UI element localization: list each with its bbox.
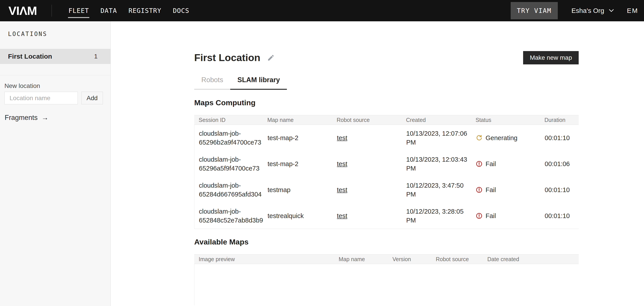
status-label: Fail: [486, 211, 496, 220]
column-header-image-preview: Image preview: [194, 256, 334, 263]
nav-item-registry[interactable]: REGISTRY: [128, 7, 161, 14]
new-location-section: New location Add: [0, 75, 110, 104]
fail-alert-icon: [476, 213, 482, 219]
locations-heading: LOCATIONS: [0, 21, 110, 37]
location-name: First Location: [8, 53, 52, 60]
maps-computing-heading: Maps Computing: [194, 98, 579, 107]
created-cell: 10/12/2023, 3:47:50 PM: [402, 181, 471, 199]
try-viam-button[interactable]: TRY VIAM: [511, 2, 558, 19]
created-cell: 10/12/2023, 3:28:05 PM: [402, 207, 471, 225]
column-header-date-created: Date created: [483, 256, 579, 263]
column-header-map-name: Map name: [263, 117, 332, 123]
column-header-status: Status: [471, 117, 540, 123]
created-cell: 10/13/2023, 12:03:43 PM: [402, 155, 471, 173]
locations-sidebar: LOCATIONS First Location 1 New location …: [0, 21, 111, 306]
session-id-cell: cloudslam-job-652848c52e7ab8d3b9: [194, 207, 263, 225]
column-header-created: Created: [402, 117, 471, 123]
nav-item-data[interactable]: DATA: [100, 7, 117, 14]
fail-alert-icon: [476, 161, 482, 167]
duration-cell: 00:01:10: [540, 185, 579, 194]
new-location-label: New location: [4, 83, 106, 89]
location-list-item[interactable]: First Location 1: [0, 49, 110, 64]
location-tabs: RobotsSLAM library: [194, 76, 579, 90]
column-header-version: Version: [388, 256, 431, 263]
map-name-cell: test-map-2: [263, 159, 332, 168]
status-cell: Fail: [471, 185, 540, 194]
robot-source-cell: test: [332, 159, 402, 168]
location-robot-count: 1: [94, 53, 98, 60]
tab-robots[interactable]: Robots: [194, 76, 230, 90]
status-label: Fail: [486, 159, 496, 168]
available-maps-heading: Available Maps: [194, 237, 579, 246]
maps-computing-table: Session IDMap nameRobot sourceCreatedSta…: [194, 115, 579, 229]
robot-source-link[interactable]: test: [337, 134, 347, 141]
available-maps-table: Image previewMap nameVersionRobot source…: [194, 254, 579, 305]
maps-computing-body: cloudslam-job-65296b2a9f4700ce73 test-ma…: [194, 125, 579, 229]
available-maps-header-row: Image previewMap nameVersionRobot source…: [194, 254, 579, 264]
nav-right: TRY VIAM Esha's Org EM: [511, 2, 638, 19]
nav-item-docs[interactable]: DOCS: [173, 7, 189, 14]
maps-computing-row: cloudslam-job-65296b2a9f4700ce73 test-ma…: [194, 125, 579, 151]
status-cell: Fail: [471, 211, 540, 220]
robot-source-link[interactable]: test: [337, 212, 347, 219]
status-label: Generating: [486, 133, 518, 142]
org-name: Esha's Org: [572, 7, 604, 14]
duration-cell: 00:01:06: [540, 159, 579, 168]
top-nav: VIΛM FLEETDATAREGISTRYDOCS TRY VIAM Esha…: [0, 0, 644, 21]
robot-source-link[interactable]: test: [337, 186, 347, 193]
chevron-down-icon: [609, 9, 614, 12]
make-new-map-button[interactable]: Make new map: [523, 51, 579, 64]
robot-source-cell: test: [332, 185, 402, 194]
status-label: Fail: [486, 185, 496, 194]
primary-nav: FLEETDATAREGISTRYDOCS: [68, 7, 189, 14]
edit-location-icon[interactable]: [267, 54, 275, 61]
map-name-cell: testrealquick: [263, 211, 332, 220]
robot-source-link[interactable]: test: [337, 160, 347, 167]
session-id-cell: cloudslam-job-65296a5f9f4700ce73: [194, 155, 263, 173]
nav-item-fleet[interactable]: FLEET: [68, 7, 89, 14]
duration-cell: 00:01:10: [540, 133, 579, 142]
status-cell: Generating: [471, 133, 540, 142]
column-header-robot-source: Robot source: [332, 117, 402, 123]
fail-alert-icon: [476, 187, 482, 193]
column-header-duration: Duration: [540, 117, 579, 123]
available-maps-body: [194, 264, 579, 305]
maps-computing-row: cloudslam-job-65296a5f9f4700ce73 test-ma…: [194, 151, 579, 177]
created-cell: 10/13/2023, 12:07:06 PM: [402, 129, 471, 147]
status-cell: Fail: [471, 159, 540, 168]
fragments-label: Fragments: [5, 114, 38, 122]
robot-source-cell: test: [332, 211, 402, 220]
page-title: First Location: [194, 52, 260, 63]
location-name-input[interactable]: [4, 92, 78, 104]
column-header-map-name: Map name: [334, 256, 388, 263]
org-switcher[interactable]: Esha's Org: [572, 7, 614, 14]
robot-source-cell: test: [332, 133, 402, 142]
arrow-right-icon: →: [42, 114, 48, 122]
user-menu[interactable]: EM: [627, 7, 638, 14]
column-header-robot-source: Robot source: [431, 256, 483, 263]
maps-computing-header-row: Session IDMap nameRobot sourceCreatedSta…: [194, 115, 579, 125]
column-header-session-id: Session ID: [194, 117, 263, 123]
map-name-cell: testmap: [263, 185, 332, 194]
maps-computing-row: cloudslam-job-65284d667695afd304 testmap…: [194, 177, 579, 203]
tab-slam-library[interactable]: SLAM library: [230, 76, 287, 90]
fragments-link[interactable]: Fragments →: [5, 114, 110, 122]
main-content: First Location Make new map RobotsSLAM l…: [111, 21, 644, 306]
add-location-button[interactable]: Add: [81, 92, 103, 104]
locations-list: First Location 1: [0, 49, 110, 64]
generating-refresh-icon: [476, 135, 482, 141]
viam-logo[interactable]: VIΛM: [8, 4, 37, 17]
duration-cell: 00:01:10: [540, 211, 579, 220]
map-name-cell: test-map-2: [263, 133, 332, 142]
nav-divider: [52, 5, 52, 17]
maps-computing-row: cloudslam-job-652848c52e7ab8d3b9 testrea…: [194, 203, 579, 229]
session-id-cell: cloudslam-job-65296b2a9f4700ce73: [194, 129, 263, 147]
session-id-cell: cloudslam-job-65284d667695afd304: [194, 181, 263, 199]
